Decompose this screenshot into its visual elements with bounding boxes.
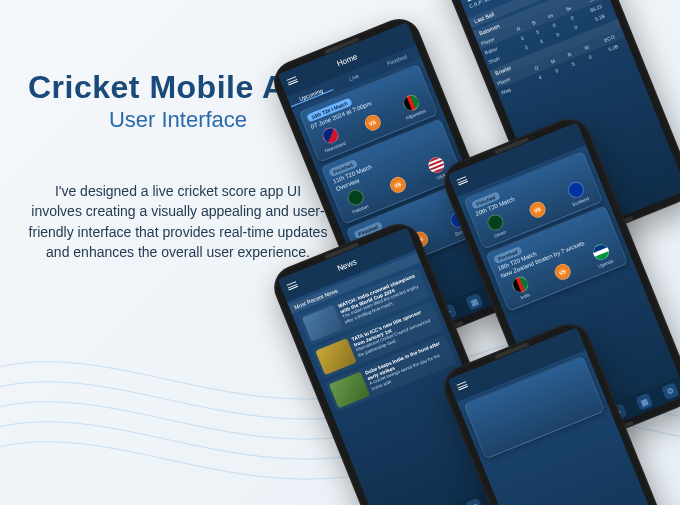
- screen-title: News: [336, 257, 358, 273]
- calendar-icon[interactable]: ▦: [635, 393, 653, 411]
- vs-icon: VS: [387, 174, 408, 195]
- vs-icon: VS: [552, 261, 573, 282]
- news-thumbnail: [302, 305, 343, 342]
- hamburger-icon[interactable]: [457, 176, 469, 185]
- news-thumbnail: [329, 372, 370, 409]
- hero-description: I've designed a live cricket score app U…: [28, 181, 328, 262]
- calendar-icon[interactable]: ▦: [465, 293, 483, 311]
- vs-icon: VS: [362, 112, 383, 133]
- screen-title: Home: [335, 52, 358, 68]
- vs-icon: VS: [527, 199, 548, 220]
- hamburger-icon[interactable]: [457, 381, 469, 390]
- gear-icon[interactable]: ⚙: [661, 382, 679, 400]
- hamburger-icon[interactable]: [287, 281, 299, 290]
- hamburger-icon[interactable]: [287, 76, 299, 85]
- calendar-icon[interactable]: ▦: [465, 498, 483, 505]
- news-thumbnail: [315, 338, 356, 375]
- hero-subtitle: User Interface: [28, 107, 328, 133]
